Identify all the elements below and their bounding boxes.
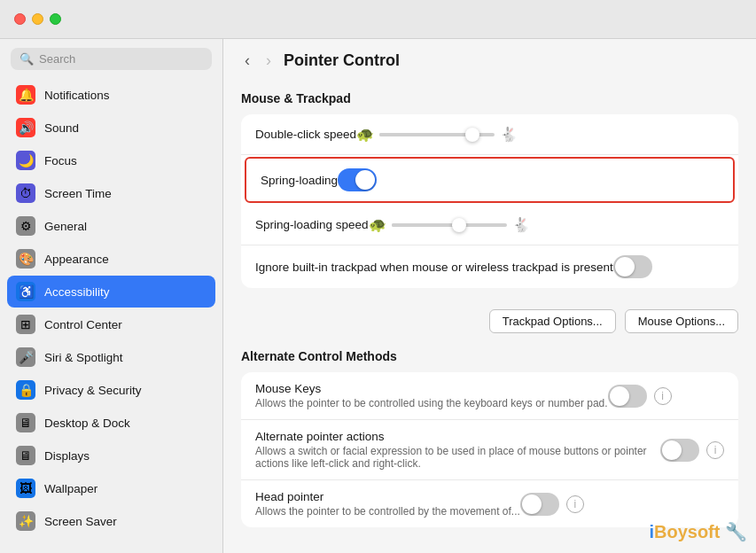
forward-button[interactable]: › — [262, 50, 275, 72]
sidebar-item-sound[interactable]: 🔊Sound — [7, 112, 215, 144]
sidebar-item-accessibility[interactable]: ♿Accessibility — [7, 276, 215, 308]
privacy-icon: 🔒 — [16, 380, 35, 400]
button-mouse-options[interactable]: Mouse Options... — [625, 309, 738, 333]
toggle-alternate-pointer-actions[interactable] — [660, 439, 699, 462]
search-icon: 🔍 — [19, 52, 34, 66]
slider-track-double-click-speed[interactable] — [379, 133, 495, 136]
sidebar-label-focus: Focus — [44, 154, 77, 167]
sidebar-label-appearance: Appearance — [44, 253, 109, 266]
settings-row-spring-loading-speed: Spring-loading speed🐢🐇 — [241, 205, 738, 245]
accessibility-icon: ♿ — [16, 282, 35, 301]
settings-row-head-pointer: Head pointerAllows the pointer to be con… — [241, 480, 738, 527]
row-label-alternate-pointer-actions: Alternate pointer actionsAllows a switch… — [255, 430, 660, 470]
section-title-mouse-trackpad: Mouse & Trackpad — [241, 91, 738, 105]
page-title: Pointer Control — [284, 51, 400, 70]
toggle-info-wrap-mouse-keys: i — [608, 385, 672, 408]
row-label-text-spring-loading-speed: Spring-loading speed — [255, 218, 369, 231]
controlcenter-icon: ⊞ — [16, 315, 35, 334]
sidebar-item-general[interactable]: ⚙General — [7, 210, 215, 242]
row-label-spring-loading: Spring-loading — [261, 174, 338, 187]
info-icon-head-pointer[interactable]: i — [566, 495, 584, 513]
content-header: ‹ › Pointer Control — [223, 39, 756, 82]
row-label-text-mouse-keys: Mouse Keys — [255, 382, 608, 395]
sidebar-label-screensaver: Screen Saver — [44, 515, 117, 528]
toggle-head-pointer[interactable] — [520, 493, 559, 516]
content-body: Mouse & TrackpadDouble-click speed🐢🐇Spri… — [223, 82, 756, 553]
sidebar-label-screentime: Screen Time — [44, 187, 112, 200]
content-area: ‹ › Pointer Control Mouse & TrackpadDoub… — [223, 39, 756, 553]
sidebar-item-wallpaper[interactable]: 🖼Wallpaper — [7, 472, 215, 504]
screentime-icon: ⏱ — [16, 183, 35, 203]
settings-row-spring-loading: Spring-loading — [245, 157, 735, 203]
sidebar-item-displays[interactable]: 🖥Displays — [7, 440, 215, 471]
button-trackpad-options[interactable]: Trackpad Options... — [489, 309, 616, 333]
row-label-head-pointer: Head pointerAllows the pointer to be con… — [255, 490, 520, 518]
slider-track-spring-loading-speed[interactable] — [392, 223, 507, 227]
desktop-icon: 🖥 — [16, 413, 35, 432]
slider-fill-double-click-speed — [379, 133, 478, 136]
row-label-text-ignore-trackpad: Ignore built-in trackpad when mouse or w… — [255, 261, 613, 274]
slider-container-double-click-speed[interactable]: 🐢🐇 — [356, 126, 518, 143]
settings-card-alternate-control: Mouse KeysAllows the pointer to be contr… — [241, 372, 738, 527]
sidebar-item-controlcenter[interactable]: ⊞Control Center — [7, 308, 215, 340]
toggle-info-wrap-alternate-pointer-actions: i — [660, 439, 724, 462]
sidebar-item-notifications[interactable]: 🔔Notifications — [7, 79, 215, 111]
row-label-text-head-pointer: Head pointer — [255, 490, 520, 503]
row-label-ignore-trackpad: Ignore built-in trackpad when mouse or w… — [255, 261, 613, 274]
buttons-row-mouse-trackpad: Trackpad Options...Mouse Options... — [241, 302, 738, 340]
settings-row-alternate-pointer-actions: Alternate pointer actionsAllows a switch… — [241, 420, 738, 480]
back-button[interactable]: ‹ — [241, 50, 253, 72]
minimize-button[interactable] — [32, 13, 43, 25]
row-label-text-spring-loading: Spring-loading — [261, 174, 338, 187]
slider-thumb-double-click-speed[interactable] — [465, 128, 479, 142]
siri-icon: 🎤 — [16, 347, 35, 367]
sidebar-items-list: 🔔Notifications🔊Sound🌙Focus⏱Screen Time⚙G… — [0, 79, 222, 538]
close-button[interactable] — [14, 13, 26, 25]
sidebar-label-notifications: Notifications — [44, 89, 110, 102]
slider-right-icon-spring-loading-speed: 🐇 — [512, 216, 530, 233]
maximize-button[interactable] — [50, 13, 61, 25]
toggle-spring-loading[interactable] — [338, 168, 377, 191]
search-placeholder: Search — [39, 52, 75, 66]
sidebar-item-siri[interactable]: 🎤Siri & Spotlight — [7, 341, 215, 373]
row-sublabel-head-pointer: Allows the pointer to be controlled by t… — [255, 505, 520, 518]
slider-thumb-spring-loading-speed[interactable] — [452, 218, 466, 232]
slider-fill-spring-loading-speed — [392, 223, 461, 227]
sidebar-item-screentime[interactable]: ⏱Screen Time — [7, 177, 215, 209]
sidebar-item-desktop[interactable]: 🖥Desktop & Dock — [7, 407, 215, 439]
row-label-text-double-click-speed: Double-click speed — [255, 128, 356, 141]
toggle-knob-ignore-trackpad — [615, 257, 635, 276]
sidebar-item-privacy[interactable]: 🔒Privacy & Security — [7, 374, 215, 406]
slider-container-spring-loading-speed[interactable]: 🐢🐇 — [369, 216, 530, 233]
toggle-info-wrap-head-pointer: i — [520, 493, 584, 516]
sidebar-label-displays: Displays — [44, 449, 90, 463]
toggle-mouse-keys[interactable] — [608, 385, 647, 408]
info-icon-mouse-keys[interactable]: i — [654, 387, 672, 405]
toggle-knob-alternate-pointer-actions — [662, 440, 682, 460]
toggle-ignore-trackpad[interactable] — [613, 255, 652, 278]
general-icon: ⚙ — [16, 216, 35, 236]
sidebar-label-wallpaper: Wallpaper — [44, 482, 97, 495]
main-layout: 🔍 Search 🔔Notifications🔊Sound🌙Focus⏱Scre… — [0, 39, 756, 553]
section-title-alternate-control: Alternate Control Methods — [241, 349, 738, 363]
row-label-mouse-keys: Mouse KeysAllows the pointer to be contr… — [255, 382, 608, 409]
sidebar-item-screensaver[interactable]: ✨Screen Saver — [7, 505, 215, 537]
search-box[interactable]: 🔍 Search — [11, 48, 212, 70]
sidebar: 🔍 Search 🔔Notifications🔊Sound🌙Focus⏱Scre… — [0, 39, 223, 553]
slider-left-icon-double-click-speed: 🐢 — [356, 126, 374, 143]
sidebar-item-appearance[interactable]: 🎨Appearance — [7, 243, 215, 275]
notifications-icon: 🔔 — [16, 85, 35, 105]
row-label-double-click-speed: Double-click speed — [255, 128, 356, 141]
sidebar-item-focus[interactable]: 🌙Focus — [7, 144, 215, 176]
slider-right-icon-double-click-speed: 🐇 — [500, 126, 518, 143]
slider-left-icon-spring-loading-speed: 🐢 — [369, 216, 386, 233]
row-label-spring-loading-speed: Spring-loading speed — [255, 218, 369, 231]
settings-card-mouse-trackpad: Double-click speed🐢🐇Spring-loadingSpring… — [241, 114, 738, 288]
info-icon-alternate-pointer-actions[interactable]: i — [706, 441, 724, 459]
settings-row-ignore-trackpad: Ignore built-in trackpad when mouse or w… — [241, 245, 738, 288]
row-sublabel-alternate-pointer-actions: Allows a switch or facial expression to … — [255, 445, 660, 470]
wallpaper-icon: 🖼 — [16, 479, 35, 498]
toggle-knob-spring-loading — [355, 170, 375, 190]
row-label-text-alternate-pointer-actions: Alternate pointer actions — [255, 430, 660, 443]
appearance-icon: 🎨 — [16, 249, 35, 269]
